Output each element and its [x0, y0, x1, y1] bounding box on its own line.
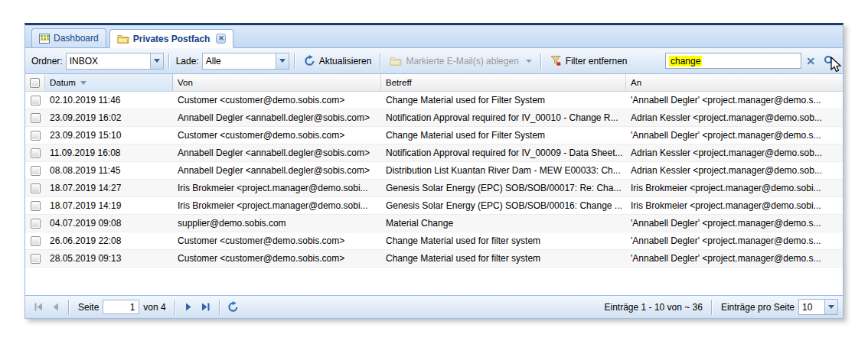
row-checkbox[interactable] [25, 113, 45, 123]
folder-icon [390, 56, 402, 66]
table-row[interactable]: 18.07.2019 14:19 Iris Brokmeier <project… [25, 197, 843, 215]
cell-von: Customer <customer@demo.sobis.com> [173, 253, 381, 264]
row-checkbox[interactable] [25, 236, 45, 246]
separator [219, 300, 220, 315]
refresh-icon[interactable] [225, 299, 242, 316]
cell-datum: 18.07.2019 14:27 [45, 183, 173, 193]
cell-betreff: Change Material used for Filter System [381, 95, 626, 105]
per-page-combobox[interactable]: 10 [798, 299, 838, 315]
cell-an: 'Annabell Degler' <project.manager@demo.… [626, 218, 843, 229]
column-header-betreff[interactable]: Betreff [381, 74, 626, 91]
paging-toolbar: Seite von 4 Einträge 1 - 10 von ~ 36 Ein… [25, 295, 843, 318]
filter-remove-icon [550, 55, 562, 67]
column-header-datum[interactable]: Datum [45, 74, 173, 91]
separator [380, 54, 381, 69]
dashboard-icon [39, 34, 50, 44]
row-checkbox[interactable] [25, 148, 45, 158]
per-page-value: 10 [799, 300, 824, 314]
cell-betreff: Notification Approval required for IV_00… [381, 112, 626, 123]
tab-label: Dashboard [54, 33, 99, 44]
search-input[interactable]: change [665, 53, 801, 69]
remove-filter-button[interactable]: Filter entfernen [547, 53, 631, 69]
column-label: Von [178, 78, 193, 87]
table-row[interactable]: 04.07.2019 09:08 supplier@demo.sobis.com… [25, 215, 843, 232]
cell-betreff: Genesis Solar Energy (EPC) SOB/SOB/00016… [381, 200, 626, 211]
cell-an: Adrian Kessler <project.manager@demo.sob… [626, 112, 843, 123]
table-row[interactable]: 08.08.2019 11:45 Annabell Degler <annabe… [25, 162, 843, 180]
prev-page-icon[interactable] [47, 299, 64, 316]
table-row[interactable]: 18.07.2019 14:27 Iris Brokmeier <project… [25, 180, 843, 197]
cell-betreff: Genesis Solar Energy (EPC) SOB/SOB/00017… [381, 183, 626, 193]
cell-datum: 11.09.2019 16:08 [45, 148, 173, 158]
grid-body: 02.10.2019 11:46 Customer <customer@demo… [25, 92, 843, 268]
file-emails-label: Markierte E-Mail(s) ablegen [406, 56, 518, 67]
refresh-button[interactable]: Aktualisieren [300, 53, 376, 69]
table-row[interactable]: 28.05.2019 09:13 Customer <customer@demo… [25, 250, 843, 268]
cell-an: Iris Brokmeier <project.manager@demo.sob… [626, 183, 843, 193]
select-all-checkbox[interactable] [25, 74, 45, 91]
row-checkbox[interactable] [25, 96, 45, 105]
row-checkbox[interactable] [25, 166, 45, 176]
row-checkbox[interactable] [25, 219, 45, 229]
separator [175, 300, 176, 315]
row-checkbox[interactable] [25, 201, 45, 211]
lade-value: Alle [203, 54, 276, 69]
file-emails-button[interactable]: Markierte E-Mail(s) ablegen [386, 54, 535, 69]
ordner-value: INBOX [67, 54, 150, 69]
cell-an: Iris Brokmeier <project.manager@demo.sob… [626, 200, 843, 211]
page-number-input[interactable] [103, 300, 139, 314]
cell-von: Iris Brokmeier <project.manager@demo.sob… [173, 183, 381, 193]
first-page-icon[interactable] [30, 299, 47, 316]
cell-an: Adrian Kessler <project.manager@demo.sob… [626, 148, 843, 158]
column-header-von[interactable]: Von [173, 74, 381, 91]
table-row[interactable]: 26.06.2019 22:08 Customer <customer@demo… [25, 232, 843, 250]
row-checkbox[interactable] [25, 254, 45, 264]
lade-label: Lade: [176, 56, 199, 67]
cell-datum: 23.09.2019 15:10 [45, 130, 173, 141]
separator [540, 54, 542, 69]
search-value: change [669, 56, 702, 67]
seite-label: Seite [78, 302, 99, 313]
cell-betreff: Distribution List Kuantan River Dam - ME… [381, 165, 626, 176]
row-checkbox[interactable] [25, 183, 45, 193]
column-header-an[interactable]: An [626, 74, 843, 91]
cell-an: 'Annabell Degler' <project.manager@demo.… [626, 130, 843, 141]
cell-von: Customer <customer@demo.sobis.com> [173, 95, 381, 105]
ordner-combobox[interactable]: INBOX [66, 53, 164, 70]
next-page-icon[interactable] [181, 299, 197, 316]
cell-von: Annabell Degler <annabell.degler@sobis.c… [173, 112, 381, 123]
cell-betreff: Material Change [381, 218, 626, 229]
cell-betreff: Notification Approval required for IV_00… [381, 148, 626, 158]
search-icon[interactable] [820, 53, 838, 70]
cell-datum: 02.10.2019 11:46 [45, 95, 173, 105]
row-checkbox[interactable] [25, 131, 45, 141]
close-icon[interactable]: ✕ [216, 34, 226, 44]
lade-combobox[interactable]: Alle [202, 53, 289, 70]
chevron-down-icon[interactable] [276, 54, 289, 69]
cell-von: supplier@demo.sobis.com [173, 218, 381, 229]
cell-datum: 08.08.2019 11:45 [45, 165, 173, 176]
chevron-down-icon[interactable] [824, 300, 837, 314]
table-row[interactable]: 11.09.2019 16:08 Annabell Degler <annabe… [25, 144, 843, 162]
tab-label: Privates Postfach [133, 34, 210, 44]
table-row[interactable]: 23.09.2019 16:02 Annabell Degler <annabe… [25, 109, 843, 127]
cell-betreff: Change Material used for filter system [381, 235, 626, 246]
cell-betreff: Change Material used for filter system [381, 253, 626, 264]
tab-privates-postfach[interactable]: Privates Postfach ✕ [109, 29, 234, 48]
sort-desc-icon [80, 81, 86, 85]
clear-search-icon[interactable]: ✕ [801, 53, 820, 70]
total-pages-label: von 4 [143, 302, 165, 313]
table-row[interactable]: 02.10.2019 11:46 Customer <customer@demo… [25, 92, 843, 109]
table-row[interactable]: 23.09.2019 15:10 Customer <customer@demo… [25, 127, 843, 144]
cell-datum: 23.09.2019 16:02 [45, 112, 173, 123]
refresh-label: Aktualisieren [319, 56, 372, 67]
column-label: Betreff [386, 78, 412, 87]
cell-datum: 18.07.2019 14:19 [45, 200, 173, 211]
ordner-label: Ordner: [31, 56, 63, 67]
tab-dashboard[interactable]: Dashboard [31, 28, 106, 47]
cell-an: Adrian Kessler <project.manager@demo.sob… [626, 165, 843, 176]
cell-von: Iris Brokmeier <project.manager@demo.sob… [173, 200, 381, 211]
mail-panel: Dashboard Privates Postfach ✕ Ordner: IN… [24, 23, 844, 319]
chevron-down-icon[interactable] [150, 54, 163, 69]
last-page-icon[interactable] [197, 299, 214, 316]
